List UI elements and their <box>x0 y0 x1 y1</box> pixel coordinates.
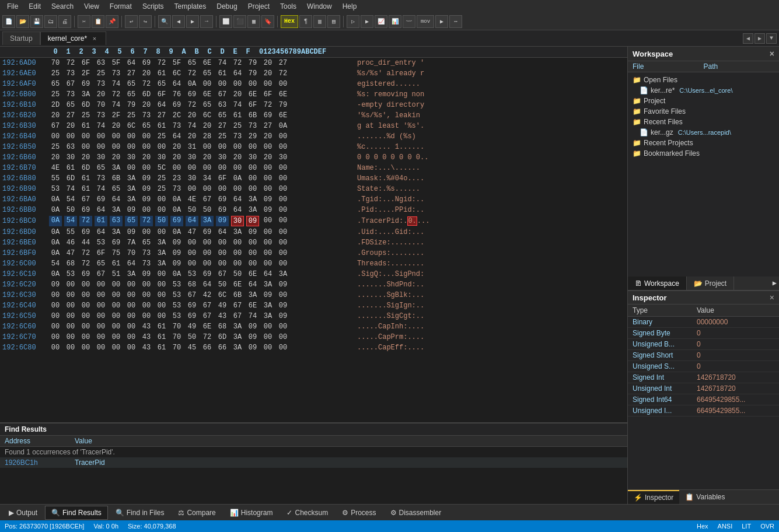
hex-byte[interactable]: 00 <box>95 142 107 152</box>
hex-byte[interactable]: 66 <box>216 343 229 352</box>
hex-byte[interactable]: 7A <box>125 238 138 247</box>
hex-byte[interactable]: 00 <box>201 142 214 152</box>
hex-byte[interactable]: 00 <box>140 205 153 215</box>
hex-byte[interactable]: 30 <box>186 153 198 162</box>
hex-byte[interactable]: 3A <box>261 312 274 321</box>
hex-byte[interactable]: 09 <box>49 280 62 289</box>
bookmarked-files-group[interactable]: 📁 Bookmarked Files <box>628 148 779 159</box>
hex-byte[interactable]: 00 <box>49 312 62 321</box>
hex-byte[interactable]: 64 <box>231 195 244 204</box>
hex-byte[interactable]: 25 <box>49 69 62 78</box>
hex-byte[interactable]: 2D <box>49 100 62 110</box>
hex-byte[interactable]: 20 <box>261 58 274 68</box>
hex-byte[interactable]: 4E <box>49 163 62 173</box>
hex-byte[interactable]: 0A <box>231 174 244 183</box>
hex-byte[interactable]: 6F <box>155 90 168 99</box>
hex-byte[interactable]: 00 <box>95 312 107 321</box>
hex-byte[interactable]: 73 <box>140 111 153 120</box>
hex-byte[interactable]: 55 <box>64 228 77 237</box>
hex-byte[interactable]: 00 <box>186 259 198 268</box>
hex-byte[interactable]: 61 <box>231 111 244 120</box>
hex-byte[interactable]: 6D <box>216 332 229 342</box>
hex-row[interactable]: 192:6C100A536967513A09000A536967506E643A… <box>0 269 627 279</box>
hex-byte[interactable]: 6C <box>216 290 229 300</box>
hex-byte[interactable]: 61 <box>155 322 168 331</box>
hex-byte[interactable]: 00 <box>231 249 244 258</box>
variables-tab[interactable]: 📋 Variables <box>679 490 731 504</box>
hex-row[interactable]: 192:6BD00A5569643A0900000A4769643A090000… <box>0 227 627 237</box>
hex-byte[interactable]: 30 <box>155 153 168 162</box>
hex-byte[interactable]: 69 <box>170 216 183 226</box>
hex-byte[interactable]: 00 <box>155 301 168 310</box>
hex-byte[interactable]: 69 <box>216 205 229 215</box>
hex-byte[interactable]: 00 <box>277 249 289 258</box>
hex-byte[interactable]: 27 <box>277 58 289 68</box>
hex-byte[interactable]: 64 <box>186 216 198 226</box>
hex-byte[interactable]: 00 <box>79 280 92 289</box>
hex-byte[interactable]: 00 <box>201 163 214 173</box>
hex-byte[interactable]: 00 <box>125 290 138 300</box>
hex-byte[interactable]: 3A <box>246 205 259 215</box>
favorite-files-group[interactable]: 📁 Favorite Files <box>628 106 779 117</box>
hex-byte[interactable]: 00 <box>246 79 259 89</box>
hex-byte[interactable]: 20 <box>186 132 198 141</box>
hex-byte[interactable]: 0A <box>49 195 62 204</box>
hex-byte[interactable]: 00 <box>125 343 138 352</box>
select-btn[interactable]: ⬜ <box>219 15 232 28</box>
menu-file[interactable]: File <box>2 1 23 12</box>
hex-byte[interactable]: 3A <box>231 228 244 237</box>
hex-byte[interactable]: 64 <box>201 280 214 289</box>
hex-byte[interactable]: 20 <box>110 153 123 162</box>
hex-byte[interactable]: 09 <box>246 228 259 237</box>
workspace-tab[interactable]: 🖹 Workspace <box>628 276 687 290</box>
redo-btn[interactable]: ↪ <box>139 15 152 28</box>
hex-byte[interactable]: 69 <box>201 270 214 279</box>
inspector-close-btn[interactable]: × <box>770 293 774 302</box>
hex-byte[interactable]: 72 <box>140 79 153 89</box>
hex-byte[interactable]: 00 <box>186 184 198 194</box>
hex-byte[interactable]: 20 <box>186 111 198 120</box>
hex-row[interactable]: 192:6B20202725732F2573272C206C65616B696E… <box>0 110 627 121</box>
hex-byte[interactable]: 00 <box>125 142 138 152</box>
hex-byte[interactable]: 61 <box>155 121 168 131</box>
hex-byte[interactable]: 00 <box>261 163 274 173</box>
hex-byte[interactable]: 00 <box>277 205 289 215</box>
hex-byte[interactable]: 73 <box>110 69 123 78</box>
hex-byte[interactable]: 64 <box>216 228 229 237</box>
hex-byte[interactable]: 00 <box>216 238 229 247</box>
hex-byte[interactable]: 72 <box>277 69 289 78</box>
hex-byte[interactable]: 3A <box>201 216 214 226</box>
hex-byte[interactable]: 53 <box>170 301 183 310</box>
hex-byte[interactable]: 00 <box>155 195 168 204</box>
hex-byte[interactable]: 72 <box>79 259 92 268</box>
hex-byte[interactable]: 00 <box>110 332 123 342</box>
hex-byte[interactable]: 72 <box>79 216 92 226</box>
histogram-tab[interactable]: 📊 Histogram <box>223 506 280 520</box>
hex-byte[interactable]: 0A <box>49 238 62 247</box>
hex-byte[interactable]: 00 <box>140 301 153 310</box>
hex-byte[interactable]: 00 <box>201 259 214 268</box>
hex-byte[interactable]: 30 <box>277 153 289 162</box>
hex-byte[interactable]: 00 <box>261 228 274 237</box>
hex-byte[interactable]: 00 <box>64 332 77 342</box>
workspace-close-btn[interactable]: × <box>770 49 774 58</box>
hex-byte[interactable]: 65 <box>186 58 198 68</box>
hex-byte[interactable]: 69 <box>110 238 123 247</box>
hex-byte[interactable]: 6C <box>201 111 214 120</box>
hex-byte[interactable]: 00 <box>49 343 62 352</box>
hex-byte[interactable]: 67 <box>231 301 244 310</box>
hex-byte[interactable]: 00 <box>277 195 289 204</box>
hex-byte[interactable]: 63 <box>110 216 123 226</box>
hex-byte[interactable]: 00 <box>49 332 62 342</box>
hex-byte[interactable]: 61 <box>110 259 123 268</box>
hex-byte[interactable]: 00 <box>231 259 244 268</box>
cols-btn[interactable]: ▥ <box>313 15 326 28</box>
hex-byte[interactable]: 00 <box>140 312 153 321</box>
hex-byte[interactable]: 20 <box>140 69 153 78</box>
save-all-btn[interactable]: 🗂 <box>44 15 57 28</box>
hex-byte[interactable]: 09 <box>170 249 183 258</box>
hex-byte[interactable]: 00 <box>246 249 259 258</box>
hex-row[interactable]: 192:6BA00A546769643A09000A4E6769643A0900… <box>0 194 627 205</box>
hex-byte[interactable]: 73 <box>64 90 77 99</box>
hex-byte[interactable]: 00 <box>277 259 289 268</box>
